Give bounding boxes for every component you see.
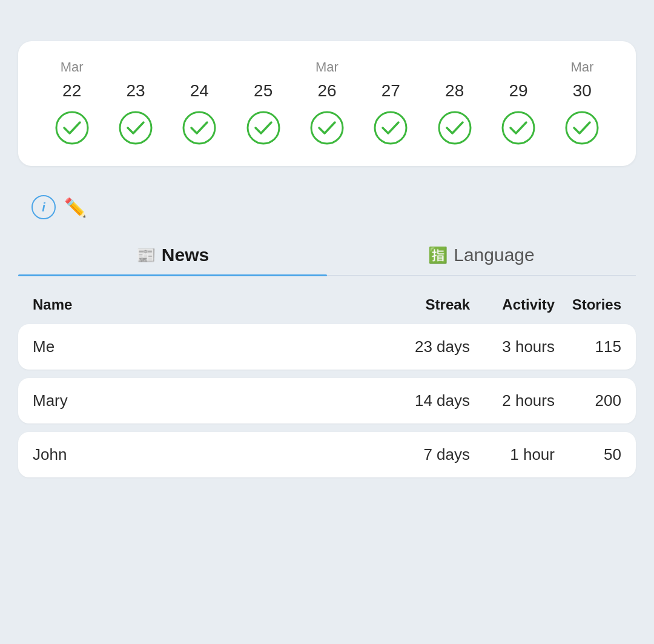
row-1-name: Mary: [33, 391, 385, 410]
svg-point-2: [183, 112, 215, 144]
cal-check-0: [40, 108, 104, 148]
row-2-streak: 7 days: [385, 445, 470, 464]
header-stories: Stories: [555, 296, 621, 313]
cal-day-1: 23: [104, 78, 167, 108]
cal-day-6: 28: [423, 78, 486, 108]
leaderboard-section: i ✏️ 📰News🈯Language NameStreakActivitySt…: [18, 195, 636, 477]
cal-check-1: [104, 108, 167, 148]
tab-news[interactable]: 📰News: [18, 236, 327, 275]
row-1-activity: 2 hours: [470, 391, 555, 410]
row-0-name: Me: [33, 337, 385, 356]
row-1-stories: 200: [555, 391, 621, 410]
svg-point-3: [248, 112, 279, 144]
row-1-streak: 14 days: [385, 391, 470, 410]
cal-day-8: 30: [550, 78, 614, 108]
header-activity: Activity: [470, 296, 555, 313]
row-0-streak: 23 days: [385, 337, 470, 356]
tab-icon-news: 📰: [136, 246, 156, 265]
cal-day-3: 25: [231, 78, 295, 108]
table-row: Me23 days3 hours115: [18, 324, 636, 370]
edit-button[interactable]: ✏️: [64, 197, 87, 218]
row-0-activity: 3 hours: [470, 337, 555, 356]
cal-check-2: [168, 108, 231, 148]
row-0-stories: 115: [555, 337, 621, 356]
calendar-card: MarMarMarMarMarMarMarMarMar2223242526272…: [18, 41, 636, 166]
tab-icon-language: 🈯: [428, 246, 448, 265]
cal-day-2: 24: [168, 78, 231, 108]
table-rows: Me23 days3 hours115Mary14 days2 hours200…: [18, 324, 636, 477]
cal-month-8: Mar: [550, 59, 614, 78]
tab-language[interactable]: 🈯Language: [327, 236, 636, 275]
svg-point-0: [56, 112, 88, 144]
leaderboard-header: i ✏️: [18, 195, 636, 219]
cal-check-8: [550, 108, 614, 148]
calendar-grid: MarMarMarMarMarMarMarMarMar2223242526272…: [40, 59, 614, 148]
cal-day-4: 26: [295, 78, 358, 108]
header-name: Name: [33, 296, 385, 313]
svg-point-6: [439, 112, 471, 144]
tab-label-news: News: [162, 245, 209, 265]
cal-check-5: [359, 108, 423, 148]
cal-day-5: 27: [359, 78, 423, 108]
svg-point-5: [375, 112, 406, 144]
row-2-activity: 1 hour: [470, 445, 555, 464]
tab-label-language: Language: [454, 245, 534, 265]
svg-point-7: [503, 112, 534, 144]
cal-month-0: Mar: [40, 59, 104, 78]
cal-month-4: Mar: [295, 59, 358, 78]
cal-check-4: [295, 108, 358, 148]
svg-point-1: [120, 112, 151, 144]
tabs-container: 📰News🈯Language: [18, 236, 636, 276]
row-2-stories: 50: [555, 445, 621, 464]
header-streak: Streak: [385, 296, 470, 313]
cal-check-3: [231, 108, 295, 148]
info-icon: i: [42, 201, 45, 214]
row-2-name: John: [33, 445, 385, 464]
table-row: John7 days1 hour50: [18, 432, 636, 477]
cal-day-7: 29: [486, 78, 550, 108]
table-header: NameStreakActivityStories: [18, 290, 636, 320]
svg-point-4: [311, 112, 343, 144]
cal-check-7: [486, 108, 550, 148]
svg-point-8: [566, 112, 598, 144]
cal-check-6: [423, 108, 486, 148]
info-button[interactable]: i: [31, 195, 56, 219]
table-row: Mary14 days2 hours200: [18, 378, 636, 423]
cal-day-0: 22: [40, 78, 104, 108]
